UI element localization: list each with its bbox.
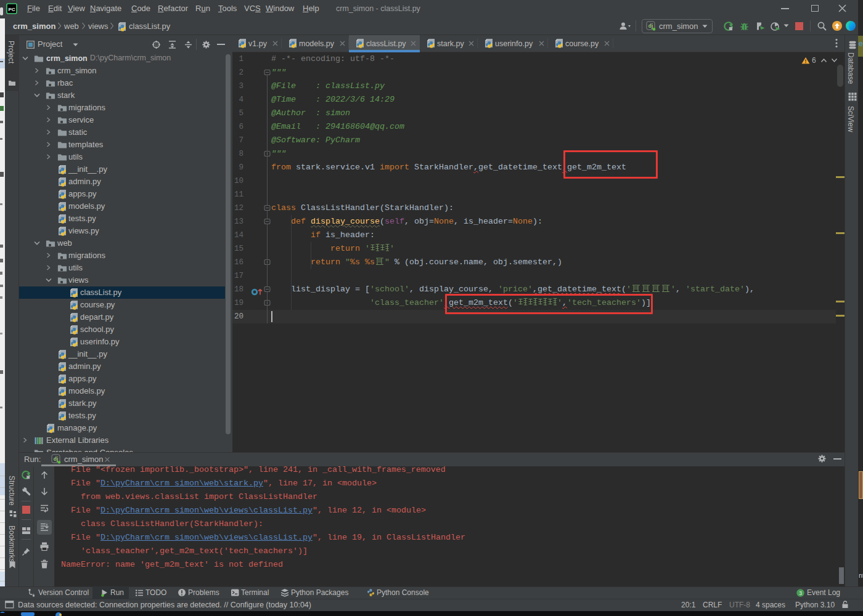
svg-text:3: 3 (799, 590, 802, 596)
svg-text:PC: PC (8, 7, 15, 12)
